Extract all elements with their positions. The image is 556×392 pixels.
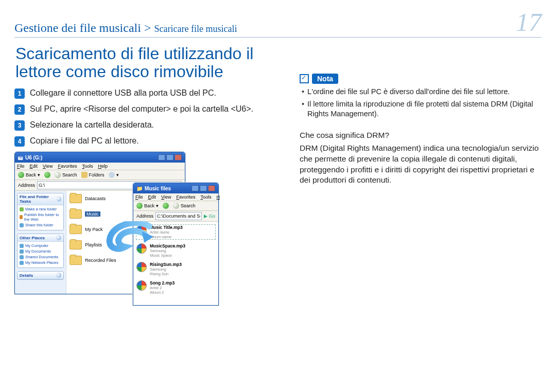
minimize-button[interactable] <box>192 185 199 191</box>
maximize-button[interactable] <box>166 154 173 161</box>
menu-tools[interactable]: Tools <box>82 164 93 169</box>
folders-button[interactable]: Folders <box>81 172 105 178</box>
menu-help[interactable]: Help <box>98 164 108 169</box>
media-icon <box>136 280 147 291</box>
menu-help[interactable]: H <box>216 194 220 200</box>
minimize-button[interactable] <box>158 154 165 161</box>
drm-question: Che cosa significa DRM? <box>300 131 542 140</box>
details-header[interactable]: Details <box>18 272 63 279</box>
step-badge-1: 1 <box>14 88 25 99</box>
menu-file[interactable]: File <box>135 194 143 200</box>
step-badge-2: 2 <box>14 104 25 115</box>
file-row[interactable]: Song 2.mp3Artist 2Album 2 <box>136 280 215 295</box>
forward-button[interactable] <box>163 203 169 209</box>
window2-toolbar: Back ▾ Search <box>133 201 218 211</box>
back-button[interactable]: Back ▾ <box>136 203 159 209</box>
menu-edit[interactable]: Edit <box>148 194 157 200</box>
menu-favorites[interactable]: Favorites <box>58 164 77 169</box>
window1-title: U6 (G:) <box>25 155 42 161</box>
menu-view[interactable]: View <box>161 194 171 200</box>
window2-titlebar: 📁 Music files <box>133 183 218 193</box>
note-item-1: L'ordine dei file sul PC è diverso dall'… <box>307 87 510 97</box>
back-button[interactable]: Back ▾ <box>18 172 40 178</box>
breadcrumb-sub: Scaricare file musicali <box>154 24 237 34</box>
menu-view[interactable]: View <box>43 164 53 169</box>
maximize-button[interactable] <box>200 185 207 191</box>
file-row[interactable]: RisingSun.mp3SamsungRising Sun <box>136 262 215 276</box>
other-shared-docs[interactable]: Shared Documents <box>20 255 61 259</box>
tasks-header[interactable]: File and Folder Tasks <box>18 193 63 205</box>
task-new-folder[interactable]: Make a new folder <box>20 207 61 211</box>
close-button[interactable] <box>208 185 215 191</box>
step-1-text: Collegare il connettore USB alla porta U… <box>30 88 216 99</box>
menu-favorites[interactable]: Favorites <box>176 194 195 200</box>
other-places-header[interactable]: Other Places <box>18 234 63 242</box>
go-button[interactable]: ▶ Go <box>204 213 215 219</box>
note-icon <box>300 74 309 83</box>
menu-edit[interactable]: Edit <box>30 164 38 169</box>
media-icon <box>136 262 147 272</box>
task-publish[interactable]: Publish this folder to the Web <box>20 212 61 222</box>
window1-toolbar: Back ▾ Search Folders ▾ <box>15 170 185 180</box>
breadcrumb: Gestione dei file musicali > Scaricare f… <box>14 21 516 35</box>
file-row[interactable]: MusicSpace.mp3SamsungMusic Space <box>136 243 215 258</box>
menu-tools[interactable]: Tools <box>200 194 211 200</box>
note-item-2: Il lettore limita la riproduzione di fil… <box>307 99 542 119</box>
window2-menubar[interactable]: File Edit View Favorites Tools H <box>133 193 218 201</box>
other-my-computer[interactable]: My Computer <box>20 243 61 248</box>
note-label: Nota <box>312 74 338 84</box>
other-network[interactable]: My Network Places <box>20 260 61 265</box>
folder-icon: 📁 <box>136 186 143 191</box>
other-my-documents[interactable]: My Documents <box>20 249 61 254</box>
address-label: Address <box>136 213 153 219</box>
views-button[interactable]: ▾ <box>109 172 119 178</box>
step-2-text: Sul PC, aprire <Risorse del computer> e … <box>30 104 253 115</box>
step-4-text: Copiare i file dal PC al lettore. <box>30 136 139 147</box>
breadcrumb-main: Gestione dei file musicali <box>14 21 141 34</box>
close-button[interactable] <box>175 154 182 161</box>
address-input[interactable] <box>155 212 202 220</box>
task-share[interactable]: Share this folder <box>20 223 61 227</box>
address-label: Address <box>18 183 35 188</box>
media-icon <box>136 225 147 235</box>
search-button[interactable]: Search <box>55 172 77 178</box>
window2-title: Music files <box>145 186 171 191</box>
step-badge-3: 3 <box>14 120 25 131</box>
drm-answer: DRM (Digital Rights Management) indica u… <box>300 143 542 186</box>
media-icon <box>136 243 147 254</box>
page-title: Scaricamento di file utilizzando il lett… <box>15 45 278 81</box>
menu-file[interactable]: File <box>17 164 25 169</box>
window1-titlebar: 🖴 U6 (G:) <box>15 152 185 163</box>
step-badge-4: 4 <box>14 136 25 147</box>
forward-button[interactable] <box>44 172 50 178</box>
step-3-text: Selezionare la cartella desiderata. <box>30 120 154 131</box>
window1-menubar[interactable]: File Edit View Favorites Tools Help <box>15 163 185 170</box>
search-button[interactable]: Search <box>173 203 196 209</box>
drive-icon: 🖴 <box>18 155 23 161</box>
page-number: 17 <box>516 9 542 35</box>
file-row[interactable]: Music Title.mp3Artist nameAlbum name <box>136 225 215 239</box>
